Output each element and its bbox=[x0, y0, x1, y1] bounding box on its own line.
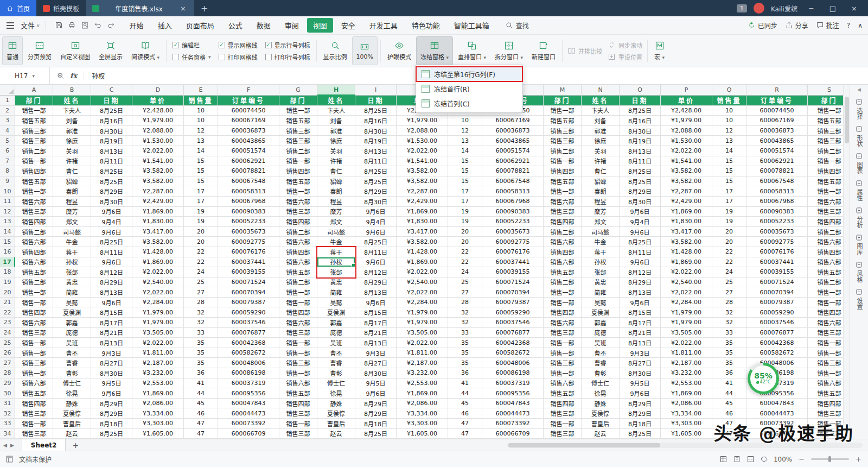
cell-M33[interactable]: 销售一部 bbox=[544, 419, 582, 429]
cell-G33[interactable]: 销售一部 bbox=[279, 419, 317, 429]
cell-D6[interactable]: ¥2,022.00 bbox=[132, 146, 184, 156]
cell-I25[interactable]: 8月13日 bbox=[355, 338, 397, 348]
cell-M15[interactable]: 销售六部 bbox=[544, 237, 582, 247]
cell-K29[interactable]: 41 bbox=[448, 378, 482, 389]
cell-H31[interactable]: 静姝 bbox=[317, 399, 355, 409]
cell-L9[interactable]: 600067548 bbox=[482, 176, 544, 187]
cell-D29[interactable]: ¥2,553.00 bbox=[132, 378, 184, 389]
cell-N29[interactable]: 傅士仁 bbox=[582, 378, 620, 389]
column-header-R[interactable]: R bbox=[746, 85, 808, 96]
cell-C34[interactable]: 8月25日 bbox=[91, 429, 132, 439]
cell-H5[interactable]: 徐庶 bbox=[317, 136, 355, 146]
cell-P29[interactable]: ¥2,553.00 bbox=[661, 378, 712, 389]
cell-J5[interactable]: ¥1,530.00 bbox=[397, 136, 448, 146]
cell-O27[interactable]: 8月27日 bbox=[620, 358, 661, 368]
cell-O29[interactable]: 9月5日 bbox=[620, 378, 661, 389]
cell-R25[interactable]: 600042368 bbox=[746, 338, 808, 348]
cell-C12[interactable]: 9月6日 bbox=[91, 207, 132, 217]
cell-Q14[interactable]: 20 bbox=[712, 227, 746, 237]
cell-A26[interactable]: 销售一部 bbox=[15, 348, 53, 358]
row-header-30[interactable]: 30 bbox=[0, 388, 15, 399]
cell-I1[interactable]: 日期 bbox=[355, 96, 397, 106]
cell-E2[interactable]: 10 bbox=[184, 106, 218, 116]
cell-C26[interactable]: 9月3日 bbox=[91, 348, 132, 358]
cell-Q5[interactable]: 13 bbox=[712, 136, 746, 146]
cell-D3[interactable]: ¥1,979.00 bbox=[132, 116, 184, 126]
row-header-16[interactable]: 16 bbox=[0, 247, 15, 257]
cell-N15[interactable]: 牛金 bbox=[582, 237, 620, 247]
close-window-button[interactable]: × bbox=[847, 4, 861, 12]
cell-K19[interactable]: 25 bbox=[448, 277, 482, 288]
cell-J10[interactable]: ¥2,287.00 bbox=[397, 186, 448, 197]
cell-E4[interactable]: 12 bbox=[184, 126, 218, 136]
cell-Q10[interactable]: 17 bbox=[712, 186, 746, 197]
cell-G1[interactable]: 部门 bbox=[279, 96, 317, 106]
cell-A17[interactable]: 销售六部 bbox=[15, 257, 53, 268]
cell-C7[interactable]: 8月11日 bbox=[91, 156, 132, 167]
cell-E18[interactable]: 24 bbox=[184, 267, 218, 277]
cell-G31[interactable]: 销售四部 bbox=[279, 399, 317, 409]
cell-C15[interactable]: 8月25日 bbox=[91, 237, 132, 247]
cell-N14[interactable]: 司马懿 bbox=[582, 227, 620, 237]
cell-N11[interactable]: 程昱 bbox=[582, 197, 620, 207]
cell-H4[interactable]: 郭准 bbox=[317, 126, 355, 136]
cell-F6[interactable]: 600051574 bbox=[218, 146, 279, 156]
cell-H17[interactable]: 孙权 bbox=[317, 257, 355, 268]
cell-I22[interactable]: 8月15日 bbox=[355, 307, 397, 318]
cell-C31[interactable]: 8月29日 bbox=[91, 399, 132, 409]
cell-A18[interactable]: 销售五部 bbox=[15, 267, 53, 277]
cell-F2[interactable]: 600074450 bbox=[218, 106, 279, 116]
cell-E1[interactable]: 销售量 bbox=[184, 96, 218, 106]
optimizer-widget[interactable]: 85% 42°C bbox=[748, 363, 779, 394]
cell-G16[interactable]: 销售四部 bbox=[279, 247, 317, 257]
cell-S28[interactable]: 销售一部 bbox=[808, 368, 843, 378]
cell-J20[interactable]: ¥2,022.00 bbox=[397, 287, 448, 298]
cell-I3[interactable]: 8月16日 bbox=[355, 116, 397, 126]
cell-H6[interactable]: 关羽 bbox=[317, 146, 355, 156]
cell-P1[interactable]: 单价 bbox=[661, 96, 712, 106]
cell-N34[interactable]: 赵云 bbox=[582, 429, 620, 439]
cell-D23[interactable]: ¥1,979.00 bbox=[132, 318, 184, 328]
cell-E6[interactable]: 14 bbox=[184, 146, 218, 156]
cell-I30[interactable]: 9月6日 bbox=[355, 388, 397, 399]
cell-N10[interactable]: 秦朗 bbox=[582, 186, 620, 197]
cell-N25[interactable]: 吴班 bbox=[582, 338, 620, 348]
cell-M34[interactable]: 销售三部 bbox=[544, 429, 582, 439]
cell-A32[interactable]: 销售三部 bbox=[15, 408, 53, 419]
cell-S11[interactable]: 销售六部 bbox=[808, 197, 843, 207]
cell-L30[interactable]: 600095356 bbox=[482, 388, 544, 399]
cell-E28[interactable]: 36 bbox=[184, 368, 218, 378]
cell-E10[interactable]: 17 bbox=[184, 186, 218, 197]
cell-I11[interactable]: 8月30日 bbox=[355, 197, 397, 207]
cell-B28[interactable]: 曹彰 bbox=[53, 368, 91, 378]
cell-G13[interactable]: 销售四部 bbox=[279, 217, 317, 227]
row-header-2[interactable]: 2 bbox=[0, 106, 15, 116]
cell-C8[interactable]: 8月25日 bbox=[91, 166, 132, 176]
cell-P11[interactable]: ¥2,429.00 bbox=[661, 197, 712, 207]
cell-B16[interactable]: 蒋干 bbox=[53, 247, 91, 257]
cell-L10[interactable]: 600058313 bbox=[482, 186, 544, 197]
cell-E23[interactable]: 32 bbox=[184, 318, 218, 328]
cell-E22[interactable]: 32 bbox=[184, 307, 218, 318]
side-panel-item-属性[interactable]: 属性 bbox=[855, 179, 863, 201]
cell-B14[interactable]: 司马懿 bbox=[53, 227, 91, 237]
cell-A11[interactable]: 销售六部 bbox=[15, 197, 53, 207]
cell-D2[interactable]: ¥2,428.00 bbox=[132, 106, 184, 116]
cell-F31[interactable]: 600047843 bbox=[218, 399, 279, 409]
cell-D28[interactable]: ¥3,232.00 bbox=[132, 368, 184, 378]
cell-A14[interactable]: 销售二部 bbox=[15, 227, 53, 237]
cell-K8[interactable]: 15 bbox=[448, 166, 482, 176]
panel-collapse-icon[interactable]: ◀ bbox=[857, 87, 861, 92]
docer-template-tab[interactable]: 稻壳模板 bbox=[36, 0, 86, 16]
cell-C20[interactable]: 8月13日 bbox=[91, 287, 132, 298]
cell-Q31[interactable]: 45 bbox=[712, 399, 746, 409]
cell-E11[interactable]: 17 bbox=[184, 197, 218, 207]
cell-N21[interactable]: 吴懿 bbox=[582, 298, 620, 308]
cell-H25[interactable]: 吴班 bbox=[317, 338, 355, 348]
macro-button[interactable]: 宏 ▾ bbox=[650, 36, 668, 65]
cell-I6[interactable]: 8月13日 bbox=[355, 146, 397, 156]
cell-R1[interactable]: 订单编号 bbox=[746, 96, 808, 106]
cell-O10[interactable]: 8月29日 bbox=[620, 186, 661, 197]
menu-item-智能工具箱[interactable]: 智能工具箱 bbox=[448, 18, 495, 33]
share-button[interactable]: 分享 bbox=[785, 21, 808, 30]
